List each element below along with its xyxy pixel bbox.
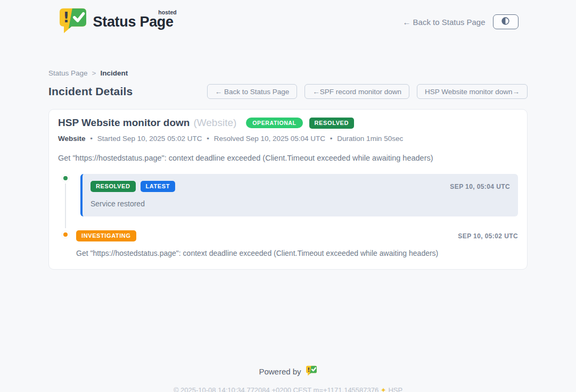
breadcrumb-separator: > bbox=[92, 69, 96, 77]
statuspage-logo[interactable]: ! Status Page hosted bbox=[58, 7, 174, 36]
timeline-resolved-badge: RESOLVED bbox=[90, 181, 136, 192]
incident-card: HSP Website monitor down (Website) OPERA… bbox=[48, 109, 528, 270]
timeline-entry-investigating: INVESTIGATING SEP 10, 05:02 UTC Get "htt… bbox=[58, 230, 518, 257]
powered-by-link[interactable]: Powered by ! bbox=[259, 365, 317, 378]
breadcrumb-status-page-link[interactable]: Status Page bbox=[48, 69, 88, 77]
meta-bullet: • bbox=[90, 135, 93, 143]
incident-description: Get "https://hostedstatus.page": context… bbox=[58, 154, 518, 162]
meta-component: Website bbox=[58, 135, 86, 143]
header-back-to-status-page-link[interactable]: ← Back to Status Page bbox=[402, 18, 485, 27]
operational-status-badge: OPERATIONAL bbox=[246, 118, 302, 129]
statuspage-logo-small-icon: ! bbox=[306, 365, 317, 378]
page-title: Incident Details bbox=[48, 85, 133, 98]
footer: Powered by ! © 2025-10-08 14:10:34.77208… bbox=[0, 365, 576, 392]
header: ! Status Page hosted ← Back to Status Pa… bbox=[0, 0, 576, 36]
brand-hosted-label: hosted bbox=[158, 9, 176, 15]
timeline-timestamp: SEP 10, 05:04 UTC bbox=[450, 183, 510, 190]
meta-bullet: • bbox=[330, 135, 333, 143]
next-incident-button[interactable]: HSP Website monitor down→ bbox=[417, 84, 528, 99]
copyright-text: © 2025-10-08 14:10:34.772084 +0200 CEST … bbox=[174, 386, 378, 392]
statuspage-logo-icon: ! bbox=[58, 7, 88, 36]
svg-text:!: ! bbox=[63, 9, 69, 26]
copyright-suffix: HSP bbox=[388, 386, 402, 392]
svg-text:!: ! bbox=[307, 366, 310, 373]
timeline-message: Get "https://hostedstatus.page": context… bbox=[76, 249, 518, 257]
timeline-latest-badge: LATEST bbox=[141, 181, 176, 192]
meta-resolved: Resolved Sep 10, 2025 05:04 UTC bbox=[214, 135, 325, 143]
incident-title: HSP Website monitor down bbox=[58, 117, 190, 129]
meta-duration: Duration 1min 50sec bbox=[337, 135, 403, 143]
incident-timeline: RESOLVED LATEST SEP 10, 05:04 UTC Servic… bbox=[58, 174, 518, 257]
resolved-state-badge: RESOLVED bbox=[309, 118, 355, 129]
sparkles-icon: ✦ bbox=[381, 386, 386, 392]
powered-by-label: Powered by bbox=[259, 367, 301, 376]
half-circle-theme-icon bbox=[501, 16, 510, 28]
meta-started: Started Sep 10, 2025 05:02 UTC bbox=[97, 135, 202, 143]
copyright-line: © 2025-10-08 14:10:34.772084 +0200 CEST … bbox=[0, 386, 576, 392]
timeline-message: Service restored bbox=[90, 199, 510, 208]
breadcrumb: Status Page > Incident bbox=[48, 69, 528, 77]
timeline-timestamp: SEP 10, 05:02 UTC bbox=[458, 232, 518, 240]
back-to-status-page-button[interactable]: ← Back to Status Page bbox=[207, 84, 298, 99]
timeline-investigating-badge: INVESTIGATING bbox=[76, 230, 136, 241]
theme-toggle-button[interactable] bbox=[493, 14, 519, 29]
breadcrumb-incident: Incident bbox=[100, 69, 128, 77]
incident-component-label: (Website) bbox=[193, 117, 236, 129]
incident-meta: Website • Started Sep 10, 2025 05:02 UTC… bbox=[58, 135, 518, 143]
timeline-latest-update-box: RESOLVED LATEST SEP 10, 05:04 UTC Servic… bbox=[80, 174, 518, 216]
meta-bullet: • bbox=[207, 135, 209, 143]
timeline-entry-resolved: RESOLVED LATEST SEP 10, 05:04 UTC Servic… bbox=[58, 174, 518, 216]
brand-name: Status Page bbox=[93, 14, 174, 30]
timeline-connector-line bbox=[65, 184, 66, 228]
main-content: Status Page > Incident Incident Details … bbox=[48, 69, 528, 270]
prev-incident-button[interactable]: ←SPF record monitor down bbox=[305, 84, 409, 99]
timeline-dot-investigating bbox=[62, 231, 69, 238]
timeline-dot-resolved bbox=[62, 174, 69, 182]
incident-nav-buttons: ← Back to Status Page ←SPF record monito… bbox=[207, 84, 528, 99]
